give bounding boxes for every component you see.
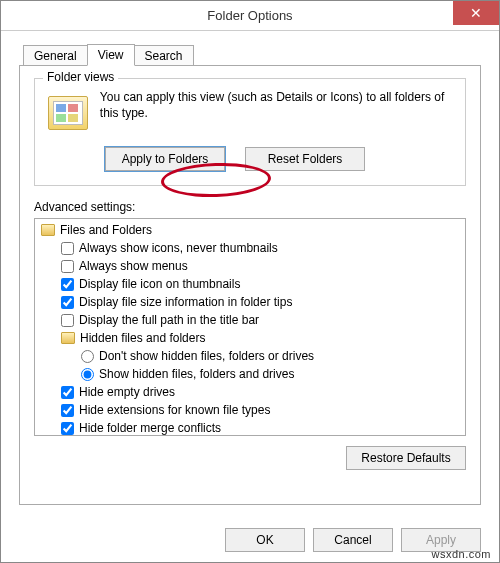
checkbox[interactable] xyxy=(61,404,74,417)
checkbox[interactable] xyxy=(61,386,74,399)
tree-item-label: Hide empty drives xyxy=(79,384,175,400)
tree-subfolder: Hidden files and folders xyxy=(37,329,463,347)
cancel-button[interactable]: Cancel xyxy=(313,528,393,552)
tab-search[interactable]: Search xyxy=(134,45,194,66)
window-title: Folder Options xyxy=(207,8,292,23)
tree-item[interactable]: Display file icon on thumbnails xyxy=(37,275,463,293)
checkbox[interactable] xyxy=(61,260,74,273)
tab-panel-view: Folder views You can apply this view (su… xyxy=(19,65,481,505)
tree-item-label: Display file icon on thumbnails xyxy=(79,276,240,292)
tree-item-label: Show hidden files, folders and drives xyxy=(99,366,294,382)
folder-views-title: Folder views xyxy=(43,70,118,84)
tree-item[interactable]: Hide folder merge conflicts xyxy=(37,419,463,436)
apply-to-folders-button[interactable]: Apply to Folders xyxy=(105,147,225,171)
restore-defaults-button[interactable]: Restore Defaults xyxy=(346,446,466,470)
tree-item-label: Hide extensions for known file types xyxy=(79,402,270,418)
tree-item[interactable]: Show hidden files, folders and drives xyxy=(37,365,463,383)
tree-item-label: Hidden files and folders xyxy=(80,330,205,346)
tree-item[interactable]: Hide empty drives xyxy=(37,383,463,401)
tree-item-label: Don't show hidden files, folders or driv… xyxy=(99,348,314,364)
tree-root-label: Files and Folders xyxy=(60,222,152,238)
close-button[interactable]: ✕ xyxy=(453,1,499,25)
reset-folders-button[interactable]: Reset Folders xyxy=(245,147,365,171)
titlebar: Folder Options ✕ xyxy=(1,1,499,31)
tree-item[interactable]: Always show icons, never thumbnails xyxy=(37,239,463,257)
folder-views-description: You can apply this view (such as Details… xyxy=(100,89,453,121)
tree-root: Files and Folders xyxy=(37,221,463,239)
folder-icon xyxy=(61,332,75,344)
tab-general[interactable]: General xyxy=(23,45,88,66)
advanced-settings-label: Advanced settings: xyxy=(34,200,466,214)
checkbox[interactable] xyxy=(61,314,74,327)
tree-item-label: Display file size information in folder … xyxy=(79,294,292,310)
folder-views-icon xyxy=(47,89,90,137)
tree-item[interactable]: Don't show hidden files, folders or driv… xyxy=(37,347,463,365)
tree-item-label: Hide folder merge conflicts xyxy=(79,420,221,436)
close-icon: ✕ xyxy=(470,5,482,21)
tree-item[interactable]: Display file size information in folder … xyxy=(37,293,463,311)
tab-view[interactable]: View xyxy=(87,44,135,66)
window-body: General View Search Folder views You can… xyxy=(1,31,499,505)
tree-item[interactable]: Hide extensions for known file types xyxy=(37,401,463,419)
checkbox[interactable] xyxy=(61,242,74,255)
ok-button[interactable]: OK xyxy=(225,528,305,552)
folder-options-window: Folder Options ✕ General View Search Fol… xyxy=(0,0,500,563)
tree-item-label: Always show menus xyxy=(79,258,188,274)
tree-item-label: Always show icons, never thumbnails xyxy=(79,240,278,256)
tab-strip: General View Search xyxy=(23,43,481,65)
folder-icon xyxy=(41,224,55,236)
radio[interactable] xyxy=(81,350,94,363)
radio[interactable] xyxy=(81,368,94,381)
checkbox[interactable] xyxy=(61,278,74,291)
tree-item[interactable]: Display the full path in the title bar xyxy=(37,311,463,329)
advanced-settings-tree[interactable]: Files and Folders Always show icons, nev… xyxy=(34,218,466,436)
watermark-text: wsxdn.com xyxy=(431,548,491,560)
tree-item[interactable]: Always show menus xyxy=(37,257,463,275)
checkbox[interactable] xyxy=(61,296,74,309)
checkbox[interactable] xyxy=(61,422,74,435)
folder-views-group: Folder views You can apply this view (su… xyxy=(34,78,466,186)
tree-item-label: Display the full path in the title bar xyxy=(79,312,259,328)
